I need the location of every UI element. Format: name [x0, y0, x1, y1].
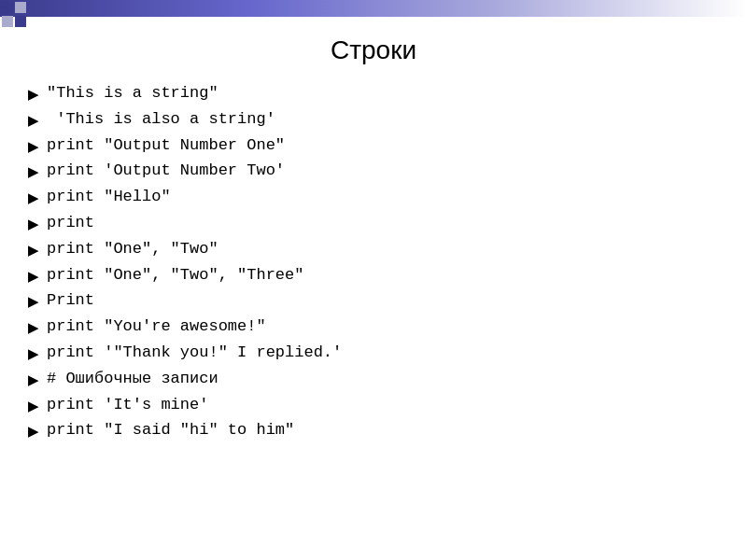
list-item: ▶print "I said "hi" to him"	[28, 419, 719, 441]
page-title: Строки	[28, 35, 719, 65]
list-item-text: print "Output Number One"	[47, 134, 285, 157]
list-item-text: "This is a string"	[47, 82, 218, 105]
list-item: ▶ 'This is also a string'	[28, 108, 719, 131]
list-item: ▶print 'Output Number Two'	[28, 160, 719, 182]
list-arrow-icon: ▶	[28, 343, 39, 363]
list-item: ▶print "One", "Two", "Three"	[28, 264, 719, 287]
list-item-text: print "You're awesome!"	[47, 315, 266, 338]
list-item-text: Print	[47, 289, 94, 312]
list-arrow-icon: ▶	[28, 188, 39, 207]
list-item: ▶print '"Thank you!" I replied.'	[28, 342, 719, 364]
list-arrow-icon: ▶	[28, 291, 39, 311]
list-arrow-icon: ▶	[28, 421, 39, 441]
list-item-text: # Ошибочные записи	[47, 368, 218, 390]
list-arrow-icon: ▶	[28, 266, 39, 286]
page-content: Строки ▶"This is a string"▶ 'This is als…	[0, 17, 747, 560]
list-item-text: print	[47, 212, 94, 234]
code-list: ▶"This is a string"▶ 'This is also a str…	[28, 82, 719, 441]
list-arrow-icon: ▶	[28, 370, 39, 389]
list-item: ▶print "You're awesome!"	[28, 315, 719, 338]
list-arrow-icon: ▶	[28, 214, 39, 233]
list-item-text: print "Hello"	[47, 186, 171, 208]
list-item-text: print 'Output Number Two'	[47, 160, 285, 182]
list-item-text: print "One", "Two"	[47, 238, 218, 260]
list-item: ▶Print	[28, 289, 719, 312]
list-item-text: 'This is also a string'	[47, 108, 275, 131]
list-item: ▶print "Hello"	[28, 186, 719, 208]
top-decorative-bar	[0, 0, 747, 17]
list-item-text: print '"Thank you!" I replied.'	[47, 342, 342, 364]
list-item-text: print "I said "hi" to him"	[47, 419, 294, 441]
list-item-text: print "One", "Two", "Three"	[47, 264, 303, 287]
list-item: ▶print "One", "Two"	[28, 238, 719, 260]
list-item: ▶print 'It's mine'	[28, 394, 719, 416]
list-arrow-icon: ▶	[28, 240, 39, 259]
list-item: ▶"This is a string"	[28, 82, 719, 105]
list-arrow-icon: ▶	[28, 84, 39, 104]
list-arrow-icon: ▶	[28, 110, 39, 130]
list-arrow-icon: ▶	[28, 136, 39, 156]
list-item: ▶# Ошибочные записи	[28, 368, 719, 390]
list-item: ▶print "Output Number One"	[28, 134, 719, 157]
list-arrow-icon: ▶	[28, 396, 39, 415]
list-arrow-icon: ▶	[28, 317, 39, 337]
list-item-text: print 'It's mine'	[47, 394, 208, 416]
list-item: ▶print	[28, 212, 719, 234]
list-arrow-icon: ▶	[28, 161, 39, 181]
